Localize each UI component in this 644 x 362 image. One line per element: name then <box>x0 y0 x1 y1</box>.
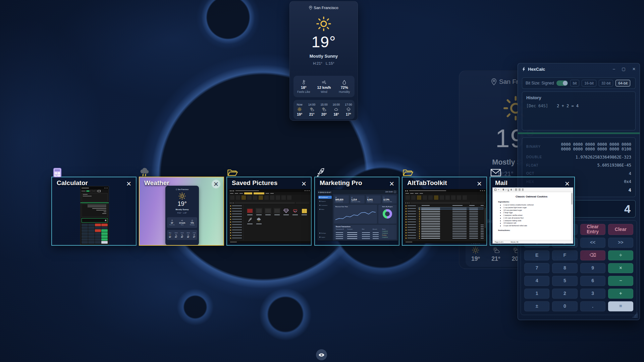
calculator-thumbnail: 4 <box>52 177 136 245</box>
close-icon[interactable]: ✕ <box>475 179 484 188</box>
mini-wind: 12 km/hWind <box>177 217 187 228</box>
close-icon[interactable]: ✕ <box>387 179 396 188</box>
close-icon[interactable]: ✕ <box>212 180 220 188</box>
sunny-icon <box>178 192 186 200</box>
card-title: Calculator <box>57 179 88 187</box>
weather-hourly-card: Now 19° 14:00 21° 15:00 20° 16:00 18° 17… <box>293 100 355 119</box>
task-card-saved-pictures[interactable]: Saved Pictures ✕ <box>226 177 312 246</box>
weather-high-low: H:21° L:15° <box>290 61 358 65</box>
mini-hour-time: 17:00 <box>193 232 196 234</box>
hour-temp: 21° <box>309 112 315 116</box>
folder-icon <box>402 168 413 178</box>
zip-file-tile <box>301 208 308 215</box>
table-row: Completed <box>336 236 395 238</box>
hour-temp: 19° <box>297 112 302 116</box>
mini-condition: Mostly Sunny <box>165 208 199 210</box>
humidity-stat: 72% Humidity <box>334 76 355 97</box>
hourly-1600: 16:00 18° <box>330 100 342 119</box>
mini-explorer-window <box>228 189 311 243</box>
mini-keypad <box>82 224 108 244</box>
envelope-icon <box>490 168 501 178</box>
page-indicator: Page 1 of 1 <box>495 241 503 243</box>
task-card-mail[interactable]: ✂ B I U S Classic Oatmeal Cookies Ingred… <box>490 177 575 246</box>
card-title: AltTabToolkit <box>407 179 447 187</box>
mini-explorer-addressbar <box>229 201 311 204</box>
mini-doc-page: Classic Oatmeal Cookies Ingredients: 1 c… <box>493 192 573 240</box>
peek-eye-button[interactable] <box>316 349 327 360</box>
list-column-headers <box>418 204 486 207</box>
hourly-1500: 15:00 20° <box>318 100 330 119</box>
hour-time: 14:00 <box>308 103 315 106</box>
chart-title: Revenue Over Time <box>335 206 376 207</box>
mini-titlebar <box>80 186 109 189</box>
close-icon[interactable]: ✕ <box>563 179 572 188</box>
weather-thumbnail: San Francisco 19° Mostly Sunny H:21° L:1… <box>140 177 223 245</box>
hour-temp: 17° <box>346 112 351 116</box>
location-pin-icon <box>309 5 312 10</box>
hour-time: Now <box>297 103 303 106</box>
mini-document-window: ✂ B I U S Classic Oatmeal Cookies Ingred… <box>492 187 573 244</box>
sunny-icon <box>316 16 331 32</box>
scrollbar <box>485 208 486 228</box>
mini-high-low: H:21° L:15° <box>165 212 199 214</box>
sales-by-region-card: Sales By Region <box>378 205 396 224</box>
mini-hourly: Now19° 14:0021° 15:0020° 16:0018° 17:001… <box>167 230 197 240</box>
mini-explorer-addressbar <box>404 201 486 204</box>
mini-hour-temp: 18° <box>187 236 190 238</box>
mini-doc-statusbar: Page 1 of 1 Words: 66 <box>493 240 573 243</box>
mini-explorer-body <box>229 204 311 240</box>
mini-high: H:21° <box>177 212 182 214</box>
heart-image-tile <box>291 208 299 215</box>
file-names-column <box>421 208 440 240</box>
ingredient: 1/2 cup granulated sugar <box>503 209 565 212</box>
mini-stat-label: Feels Like <box>169 224 175 226</box>
mini-conversions <box>82 204 108 217</box>
paste-icon <box>494 189 496 191</box>
mini-hour: 16:0018° <box>185 230 191 240</box>
bold-icon: B <box>502 189 504 191</box>
hour-temp: 18° <box>333 112 339 116</box>
mini-hour: Now19° <box>167 230 173 240</box>
task-card-calculator[interactable]: +−%= 4 Calculator <box>51 177 137 246</box>
stat-card: %12.5%Conversion Rate <box>382 195 397 203</box>
rainy-icon <box>346 107 351 112</box>
hourly-1700: 17:00 17° <box>342 100 355 119</box>
task-card-weather[interactable]: San Francisco 19° Mostly Sunny H:21° L:1… <box>139 177 224 246</box>
ingredient: 1/2 teaspoon salt <box>503 222 565 225</box>
svg-text:+: + <box>55 172 56 174</box>
task-card-alttabtoolkit[interactable]: AltTabToolkit ✕ <box>402 177 487 246</box>
word-count: Words: 66 <box>511 241 519 243</box>
ingredients-heading: Ingredients: <box>498 201 565 203</box>
mini-low: L:15° <box>183 212 187 214</box>
partly-sunny-icon <box>322 107 326 112</box>
mini-file-list <box>418 204 486 240</box>
recipe-title: Classic Oatmeal Cookies <box>498 195 565 198</box>
date-column <box>452 208 467 240</box>
wind-icon <box>322 80 327 85</box>
mini-file-grid <box>244 204 311 240</box>
nav-settings: Settings <box>318 232 332 235</box>
stat-value: 18° <box>301 85 307 89</box>
mini-hour-temp: 21° <box>175 236 177 238</box>
mini-explorer-titlebar <box>404 189 486 192</box>
brand-logo: FORESIGHT <box>317 192 333 193</box>
mini-humidity: 72%Humidity <box>187 217 197 228</box>
mini-location-text: San Francisco <box>178 188 189 190</box>
align-left-icon <box>515 189 517 191</box>
ingredient: 2 large eggs <box>503 212 565 214</box>
instructions-heading: Instructions: <box>498 229 565 231</box>
mini-explorer-ribbon <box>229 195 311 201</box>
user-name: John Smith <box>385 191 393 193</box>
hourly-now: Now 19° <box>293 100 306 119</box>
weather-condition: Mostly Sunny <box>290 54 358 59</box>
wind-stat: 12 km/h Wind <box>314 76 334 97</box>
close-icon[interactable]: ✕ <box>300 179 308 188</box>
close-icon[interactable]: ✕ <box>124 179 133 188</box>
mini-location: San Francisco <box>165 188 199 190</box>
weather-widget: San Francisco 19° Mostly Sunny H:21° L:1… <box>289 1 358 121</box>
thermometer-icon <box>301 80 306 85</box>
weather-low: L:15° <box>326 61 334 65</box>
nav-dashboard: Dashboard <box>318 196 332 199</box>
task-card-marketing-pro[interactable]: FORESIGHT Dashboard Reports Customers In… <box>314 177 399 246</box>
mini-dashboard-sidebar: FORESIGHT Dashboard Reports Customers In… <box>317 190 333 241</box>
